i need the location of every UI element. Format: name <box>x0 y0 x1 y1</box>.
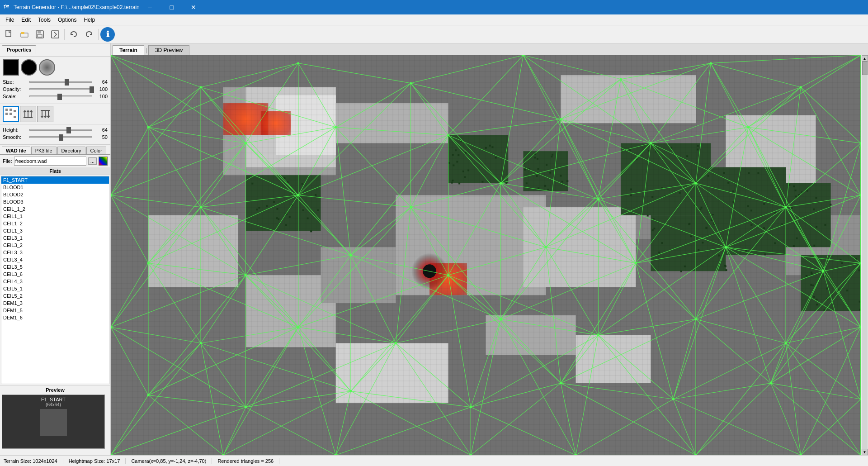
flat-item[interactable]: DEM1_6 <box>1 314 109 321</box>
3d-preview-tab[interactable]: 3D Preview <box>148 45 189 55</box>
terrain-canvas-area[interactable] <box>111 55 861 455</box>
new-button[interactable] <box>2 27 16 42</box>
heightmap-size-status: Heightmap Size: 17x17 <box>63 458 126 464</box>
preview-header: Preview <box>2 387 108 393</box>
minimize-button[interactable]: – <box>140 0 160 14</box>
svg-rect-10 <box>5 113 8 115</box>
raise-tool[interactable] <box>20 106 36 122</box>
directory-tab[interactable]: Directory <box>57 147 85 154</box>
scroll-track[interactable] <box>862 62 868 449</box>
scatter-tool[interactable] <box>3 106 19 122</box>
app-icon: 🗺 <box>4 4 11 11</box>
size-slider-row: Size: 64 <box>3 79 108 85</box>
color-picker-button[interactable] <box>99 157 108 166</box>
height-value: 64 <box>94 127 108 133</box>
file-label: File: <box>3 158 12 164</box>
scroll-thumb[interactable] <box>862 62 868 75</box>
view-tabs: Terrain | 3D Preview <box>111 43 868 55</box>
flat-item[interactable]: BLOOD2 <box>1 191 109 198</box>
color-tab[interactable]: Color <box>86 147 106 154</box>
pk3-file-tab[interactable]: PK3 file <box>31 147 57 154</box>
size-slider[interactable] <box>29 81 92 83</box>
info-button[interactable]: ℹ <box>100 27 115 42</box>
flat-item[interactable]: CEIL_1_2 <box>1 205 109 213</box>
flat-item[interactable]: BLOOD3 <box>1 198 109 205</box>
size-value: 64 <box>94 79 108 85</box>
wad-file-tab[interactable]: WAD file <box>2 147 30 154</box>
flat-item[interactable]: CEIL3_1 <box>1 234 109 242</box>
tool-icons <box>0 104 110 124</box>
triangles-status: Rendered triangles = 256 <box>212 458 279 464</box>
menubar: File Edit Tools Options Help <box>0 14 868 25</box>
size-label: Size: <box>3 79 28 85</box>
brush-section: Size: 64 Opacity: 100 Scale: 10 <box>0 57 110 104</box>
redo-button[interactable] <box>82 27 96 42</box>
open-button[interactable] <box>17 27 32 42</box>
menu-tools[interactable]: Tools <box>34 16 54 24</box>
menu-file[interactable]: File <box>2 16 18 24</box>
statusbar: Terrain Size: 1024x1024 Heightmap Size: … <box>0 455 868 466</box>
save-button[interactable] <box>33 27 47 42</box>
flats-header: Flats <box>0 167 110 175</box>
flat-item[interactable]: CEIL3_4 <box>1 256 109 263</box>
preview-name: F1_START <box>41 397 66 402</box>
toolbar-separator-2 <box>98 29 99 40</box>
browse-button[interactable]: ... <box>88 157 97 165</box>
svg-rect-6 <box>38 34 42 37</box>
square-brush[interactable] <box>3 59 19 76</box>
terrain-map[interactable] <box>111 55 861 455</box>
scale-value: 100 <box>94 94 108 99</box>
height-slider-row: Height: 64 <box>3 127 108 133</box>
menu-options[interactable]: Options <box>54 16 80 24</box>
maximize-button[interactable]: □ <box>161 0 182 14</box>
soft-brush[interactable] <box>39 59 55 76</box>
properties-tab[interactable]: Properties <box>2 45 36 54</box>
circle-brush[interactable] <box>21 59 37 76</box>
scale-slider[interactable] <box>29 95 92 97</box>
toolbar-separator-1 <box>64 29 65 40</box>
svg-rect-12 <box>14 110 16 112</box>
file-input[interactable] <box>14 157 86 166</box>
svg-rect-5 <box>38 31 41 33</box>
menu-help[interactable]: Help <box>80 16 99 24</box>
flat-item[interactable]: CEIL1_2 <box>1 220 109 227</box>
flat-item[interactable]: CEIL3_5 <box>1 263 109 271</box>
smooth-value: 50 <box>94 134 108 140</box>
scroll-down-button[interactable]: ▼ <box>862 449 868 455</box>
lower-tool[interactable] <box>37 106 53 122</box>
flats-section: Flats F1_STARTBLOOD1BLOOD2BLOOD3CEIL_1_2… <box>0 167 110 385</box>
smooth-slider[interactable] <box>29 136 92 138</box>
flat-item[interactable]: CEIL5_1 <box>1 285 109 292</box>
smooth-slider-row: Smooth: 50 <box>3 134 108 140</box>
flat-item[interactable]: DEM1_3 <box>1 300 109 307</box>
menu-edit[interactable]: Edit <box>18 16 34 24</box>
flat-item[interactable]: CEIL3_2 <box>1 242 109 249</box>
opacity-slider[interactable] <box>29 88 92 90</box>
vertical-scrollbar[interactable]: ▲ ▼ <box>861 55 868 455</box>
close-button[interactable]: ✕ <box>183 0 204 14</box>
flat-item[interactable]: CEIL3_6 <box>1 271 109 278</box>
terrain-tab[interactable]: Terrain <box>113 45 144 55</box>
flat-item[interactable]: CEIL1_3 <box>1 227 109 234</box>
flat-item[interactable]: CEIL1_1 <box>1 213 109 220</box>
flats-list[interactable]: F1_STARTBLOOD1BLOOD2BLOOD3CEIL_1_2CEIL1_… <box>1 176 109 384</box>
flat-item[interactable]: CEIL3_3 <box>1 249 109 256</box>
height-slider[interactable] <box>29 129 92 131</box>
tab-separator: | <box>146 47 147 53</box>
undo-button[interactable] <box>66 27 81 42</box>
flat-item[interactable]: BLOOD1 <box>1 184 109 191</box>
flat-item[interactable]: DEM1_5 <box>1 307 109 314</box>
preview-canvas: F1_START (64x64) <box>2 395 105 449</box>
flat-item[interactable]: CEIL4_3 <box>1 278 109 285</box>
export-button[interactable] <box>48 27 62 42</box>
scroll-up-button[interactable]: ▲ <box>862 55 868 62</box>
svg-rect-9 <box>9 109 12 111</box>
height-smooth-section: Height: 64 Smooth: 50 <box>0 124 110 145</box>
flat-item[interactable]: CEIL5_2 <box>1 292 109 300</box>
preview-image <box>40 409 67 436</box>
flat-item[interactable]: F1_START <box>1 176 109 184</box>
main-layout: Properties Size: 64 Opacity: <box>0 43 868 455</box>
svg-rect-8 <box>5 109 8 111</box>
properties-tab-area: Properties <box>0 43 110 57</box>
svg-rect-0 <box>6 30 11 37</box>
